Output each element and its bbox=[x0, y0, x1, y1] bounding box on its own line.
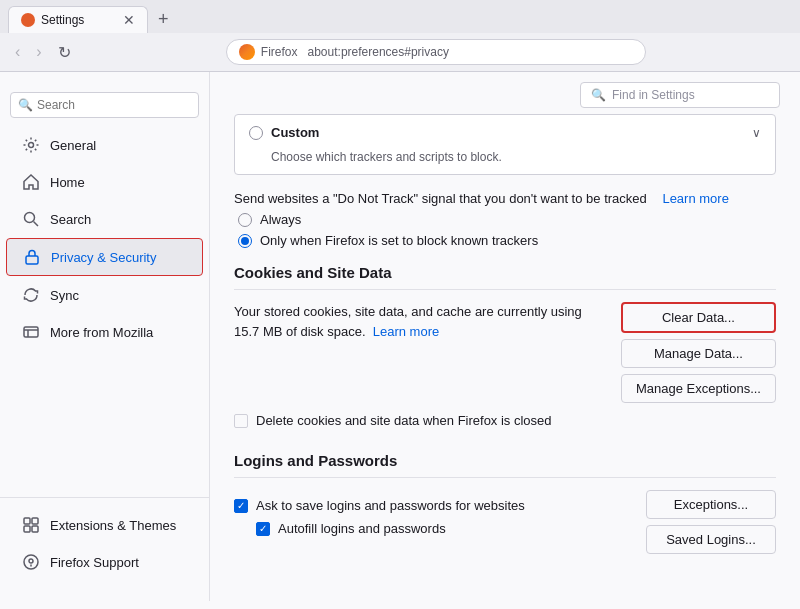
sidebar-item-sync[interactable]: Sync bbox=[6, 277, 203, 313]
custom-header[interactable]: Custom ∨ bbox=[235, 115, 775, 150]
svg-rect-3 bbox=[26, 256, 38, 264]
find-in-settings[interactable]: 🔍 Find in Settings bbox=[580, 82, 780, 108]
svg-point-1 bbox=[25, 213, 35, 223]
back-button[interactable]: ‹ bbox=[10, 41, 25, 63]
dnt-section: Send websites a "Do Not Track" signal th… bbox=[234, 191, 776, 248]
ask-save-label: Ask to save logins and passwords for web… bbox=[256, 498, 525, 513]
logins-options: ✓ Ask to save logins and passwords for w… bbox=[234, 490, 525, 544]
logins-section: Logins and Passwords ✓ Ask to save login… bbox=[234, 452, 776, 554]
dnt-always-radio[interactable] bbox=[238, 213, 252, 227]
address-site: Firefox bbox=[261, 45, 298, 59]
sidebar-item-extensions-label: Extensions & Themes bbox=[50, 518, 176, 533]
home-icon bbox=[22, 173, 40, 191]
address-url: about:preferences#privacy bbox=[308, 45, 449, 59]
exceptions-button[interactable]: Exceptions... bbox=[646, 490, 776, 519]
cookies-text: Your stored cookies, site data, and cach… bbox=[234, 302, 605, 341]
dnt-only-firefox-option[interactable]: Only when Firefox is set to block known … bbox=[238, 233, 776, 248]
sidebar-search-input[interactable] bbox=[10, 92, 199, 118]
cookies-learn-more[interactable]: Learn more bbox=[373, 324, 439, 339]
svg-rect-8 bbox=[32, 526, 38, 532]
sidebar-item-general[interactable]: General bbox=[6, 127, 203, 163]
tab-close-button[interactable]: ✕ bbox=[123, 13, 135, 27]
tab-title: Settings bbox=[41, 13, 117, 27]
new-tab-button[interactable]: + bbox=[152, 7, 175, 32]
logins-title: Logins and Passwords bbox=[234, 452, 776, 478]
dnt-text: Send websites a "Do Not Track" signal th… bbox=[234, 191, 647, 206]
manage-data-button[interactable]: Manage Data... bbox=[621, 339, 776, 368]
settings-header: 🔍 Find in Settings bbox=[210, 72, 800, 114]
svg-rect-4 bbox=[24, 327, 38, 337]
support-icon bbox=[22, 553, 40, 571]
sidebar-item-privacy-label: Privacy & Security bbox=[51, 250, 156, 265]
sidebar-item-mozilla[interactable]: More from Mozilla bbox=[6, 314, 203, 350]
dnt-only-firefox-radio[interactable] bbox=[238, 234, 252, 248]
svg-rect-6 bbox=[32, 518, 38, 524]
autofill-checkbox[interactable]: ✓ bbox=[256, 522, 270, 536]
search-icon bbox=[22, 210, 40, 228]
sidebar-search-wrapper: 🔍 bbox=[0, 84, 209, 126]
svg-point-0 bbox=[29, 143, 34, 148]
custom-radio[interactable] bbox=[249, 126, 263, 140]
sidebar-item-support-label: Firefox Support bbox=[50, 555, 139, 570]
dnt-always-option[interactable]: Always bbox=[238, 212, 776, 227]
chevron-down-icon: ∨ bbox=[752, 126, 761, 140]
custom-tracker-box: Custom ∨ Choose which trackers and scrip… bbox=[234, 114, 776, 175]
custom-description: Choose which trackers and scripts to blo… bbox=[235, 150, 775, 174]
sidebar-bottom: Extensions & Themes Firefox Support bbox=[0, 497, 209, 589]
sidebar-item-home-label: Home bbox=[50, 175, 85, 190]
svg-rect-5 bbox=[24, 518, 30, 524]
sidebar-item-search-label: Search bbox=[50, 212, 91, 227]
delete-cookies-checkbox[interactable] bbox=[234, 414, 248, 428]
dnt-only-firefox-label: Only when Firefox is set to block known … bbox=[260, 233, 538, 248]
sidebar-item-support[interactable]: Firefox Support bbox=[6, 544, 203, 580]
delete-cookies-label: Delete cookies and site data when Firefo… bbox=[256, 413, 552, 428]
autofill-row: ✓ Autofill logins and passwords bbox=[256, 521, 525, 536]
manage-exceptions-button[interactable]: Manage Exceptions... bbox=[621, 374, 776, 403]
main-content: Custom ∨ Choose which trackers and scrip… bbox=[210, 114, 800, 598]
sidebar-item-mozilla-label: More from Mozilla bbox=[50, 325, 153, 340]
clear-data-button[interactable]: Clear Data... bbox=[621, 302, 776, 333]
forward-button[interactable]: › bbox=[31, 41, 46, 63]
sidebar-item-extensions[interactable]: Extensions & Themes bbox=[6, 507, 203, 543]
sync-icon bbox=[22, 286, 40, 304]
ask-save-row: ✓ Ask to save logins and passwords for w… bbox=[234, 498, 525, 513]
cookies-section: Cookies and Site Data Your stored cookie… bbox=[234, 264, 776, 428]
logins-row: ✓ Ask to save logins and passwords for w… bbox=[234, 490, 776, 554]
ask-save-checkbox[interactable]: ✓ bbox=[234, 499, 248, 513]
sidebar-item-sync-label: Sync bbox=[50, 288, 79, 303]
active-tab[interactable]: Settings ✕ bbox=[8, 6, 148, 33]
svg-point-9 bbox=[24, 555, 38, 569]
cookies-row: Your stored cookies, site data, and cach… bbox=[234, 302, 776, 403]
dnt-learn-more[interactable]: Learn more bbox=[662, 191, 728, 206]
svg-line-2 bbox=[34, 222, 39, 227]
firefox-logo bbox=[239, 44, 255, 60]
radio-filled-dot bbox=[241, 237, 249, 245]
tab-favicon bbox=[21, 13, 35, 27]
sidebar-item-privacy[interactable]: Privacy & Security bbox=[6, 238, 203, 276]
custom-label: Custom bbox=[271, 125, 319, 140]
cookies-title: Cookies and Site Data bbox=[234, 264, 776, 290]
extensions-icon bbox=[22, 516, 40, 534]
gear-icon bbox=[22, 136, 40, 154]
lock-icon bbox=[23, 248, 41, 266]
svg-rect-7 bbox=[24, 526, 30, 532]
autofill-label: Autofill logins and passwords bbox=[278, 521, 446, 536]
address-bar[interactable]: Firefox about:preferences#privacy bbox=[226, 39, 646, 65]
saved-logins-button[interactable]: Saved Logins... bbox=[646, 525, 776, 554]
mozilla-icon bbox=[22, 323, 40, 341]
sidebar: 🔍 General bbox=[0, 72, 210, 601]
delete-cookies-row: Delete cookies and site data when Firefo… bbox=[234, 413, 776, 428]
dnt-always-label: Always bbox=[260, 212, 301, 227]
sidebar-item-general-label: General bbox=[50, 138, 96, 153]
sidebar-item-home[interactable]: Home bbox=[6, 164, 203, 200]
find-placeholder: Find in Settings bbox=[612, 88, 695, 102]
refresh-button[interactable]: ↻ bbox=[53, 41, 76, 64]
sidebar-item-search[interactable]: Search bbox=[6, 201, 203, 237]
find-icon: 🔍 bbox=[591, 88, 606, 102]
